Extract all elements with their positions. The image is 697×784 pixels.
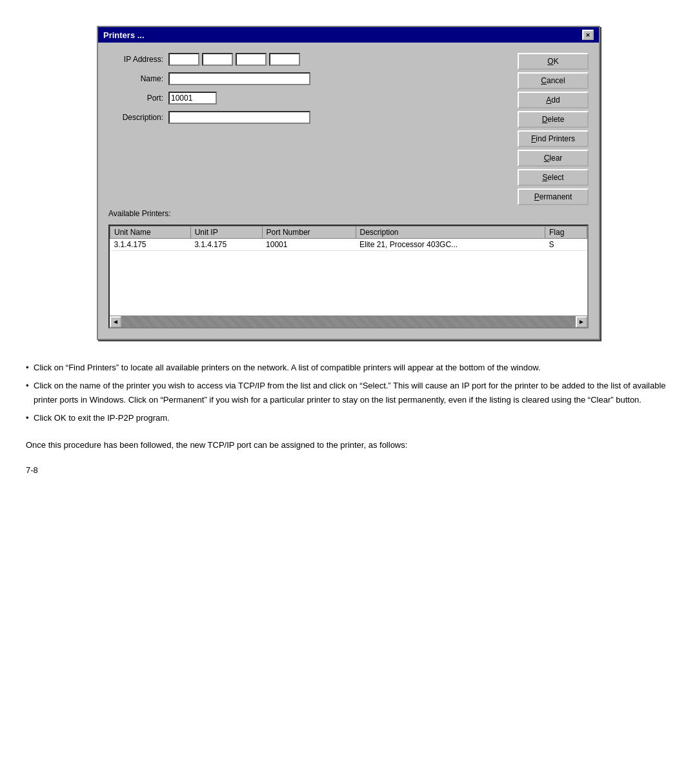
footer-text: Once this procedure has been followed, t… [26, 438, 671, 452]
ip-input-4[interactable] [269, 53, 300, 66]
ip-input-1[interactable] [168, 53, 199, 66]
dialog-body: IP Address: Name: Port: [98, 43, 599, 339]
page-number: 7-8 [26, 465, 671, 475]
add-button[interactable]: Add [518, 92, 589, 108]
ip-address-row: IP Address: [108, 53, 510, 66]
form-section: IP Address: Name: Port: [108, 53, 510, 124]
instruction-1: Click on “Find Printers” to locate all a… [26, 361, 671, 375]
table-row[interactable]: 3.1.4.1753.1.4.17510001Elite 21, Process… [110, 239, 587, 251]
ip-fields [168, 53, 300, 66]
col-description: Description [356, 226, 545, 239]
name-input[interactable] [168, 72, 310, 85]
port-row: Port: 10001 [108, 92, 510, 105]
col-flag: Flag [545, 226, 587, 239]
scroll-track[interactable] [121, 316, 576, 328]
buttons-section: OK Cancel Add Delete Find Printers [518, 53, 589, 205]
description-input[interactable] [168, 111, 310, 124]
available-printers-label: Available Printers: [108, 209, 589, 218]
form-and-buttons: IP Address: Name: Port: [108, 53, 589, 205]
delete-button[interactable]: Delete [518, 111, 589, 128]
ok-button[interactable]: OK [518, 53, 589, 70]
scroll-left-arrow[interactable]: ◄ [110, 316, 121, 328]
select-button[interactable]: Select [518, 169, 589, 186]
find-printers-button[interactable]: Find Printers [518, 130, 589, 147]
instruction-2: Click on the name of the printer you wis… [26, 379, 671, 407]
col-port-number: Port Number [262, 226, 356, 239]
instruction-3: Click OK to exit the IP-P2P program. [26, 411, 671, 425]
permanent-button[interactable]: Permanent [518, 188, 589, 205]
table-area: Unit Name Unit IP Port Number Descriptio… [108, 225, 589, 328]
col-unit-ip: Unit IP [190, 226, 262, 239]
dialog-title: Printers ... [103, 30, 145, 40]
table-header-row: Unit Name Unit IP Port Number Descriptio… [110, 226, 587, 239]
printers-table: Unit Name Unit IP Port Number Descriptio… [110, 226, 587, 251]
horizontal-scrollbar[interactable]: ◄ ► [110, 316, 587, 327]
ip-input-3[interactable] [236, 53, 267, 66]
name-label: Name: [108, 74, 163, 83]
ip-input-2[interactable] [202, 53, 233, 66]
name-row: Name: [108, 72, 510, 85]
col-unit-name: Unit Name [110, 226, 191, 239]
description-row: Description: [108, 111, 510, 124]
scroll-right-arrow[interactable]: ► [576, 316, 587, 328]
clear-button[interactable]: Clear [518, 150, 589, 166]
printers-table-wrapper[interactable]: Unit Name Unit IP Port Number Descriptio… [108, 225, 589, 328]
port-input[interactable]: 10001 [168, 92, 217, 105]
port-label: Port: [108, 94, 163, 103]
description-label: Description: [108, 113, 163, 122]
instructions-section: Click on “Find Printers” to locate all a… [26, 361, 671, 425]
printers-dialog: Printers ... × IP Address: [97, 26, 600, 340]
dialog-titlebar: Printers ... × [98, 27, 599, 43]
close-button[interactable]: × [582, 30, 594, 40]
ip-address-label: IP Address: [108, 55, 163, 64]
cancel-button[interactable]: Cancel [518, 72, 589, 89]
